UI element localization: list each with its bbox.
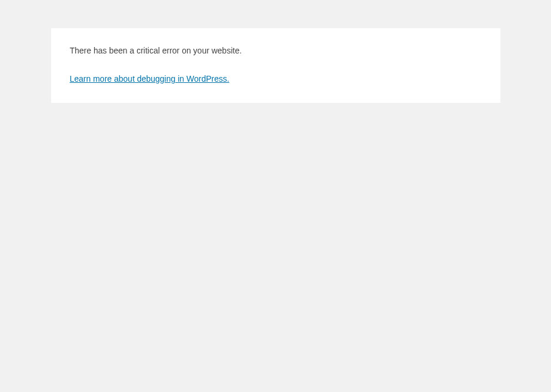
debug-link[interactable]: Learn more about debugging in WordPress. [70,74,229,83]
error-message: There has been a critical error on your … [70,45,482,57]
error-container: There has been a critical error on your … [51,28,500,103]
